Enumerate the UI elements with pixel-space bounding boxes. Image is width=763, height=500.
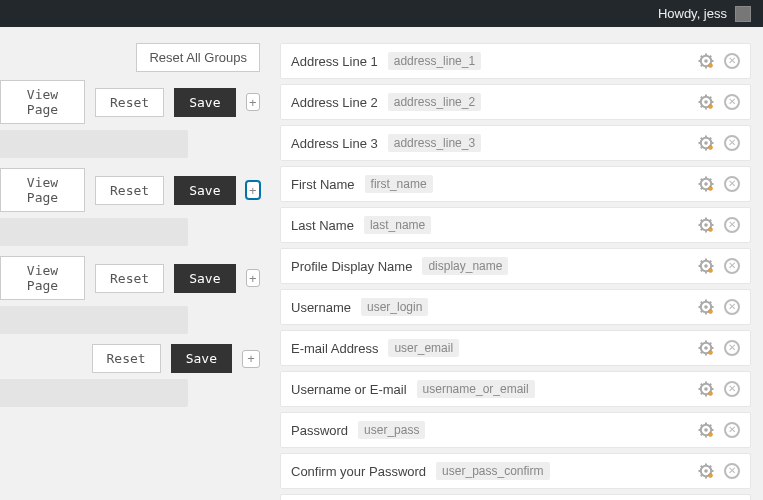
field-meta-key: address_line_1 <box>388 52 481 70</box>
group-0: View PageResetSave+ <box>0 80 270 158</box>
svg-line-72 <box>701 302 703 304</box>
greeting-text: Howdy, jess <box>658 6 727 21</box>
remove-icon[interactable]: ✕ <box>724 53 740 69</box>
svg-point-100 <box>704 428 708 432</box>
reset-button[interactable]: Reset <box>92 344 161 373</box>
svg-line-31 <box>710 138 712 140</box>
field-label: Last Name <box>291 218 354 233</box>
view-page-button[interactable]: View Page <box>0 256 85 300</box>
svg-line-107 <box>701 434 703 436</box>
svg-line-39 <box>701 179 703 181</box>
save-button[interactable]: Save <box>174 88 235 117</box>
field-meta-key: user_pass <box>358 421 425 439</box>
gear-icon[interactable] <box>698 135 714 151</box>
gear-icon[interactable] <box>698 53 714 69</box>
field-row[interactable]: Address Line 2address_line_2 ✕ <box>280 84 751 120</box>
view-page-button[interactable]: View Page <box>0 80 85 124</box>
svg-point-1 <box>704 59 708 63</box>
group-3-buttons: ResetSave+ <box>0 344 270 379</box>
svg-line-50 <box>701 220 703 222</box>
field-label: E-mail Address <box>291 341 378 356</box>
svg-point-109 <box>709 433 713 437</box>
reset-button[interactable]: Reset <box>95 88 164 117</box>
svg-point-23 <box>704 141 708 145</box>
avatar[interactable] <box>735 6 751 22</box>
save-button[interactable]: Save <box>174 264 235 293</box>
save-button[interactable]: Save <box>174 176 235 205</box>
field-actions: ✕ <box>698 422 740 438</box>
add-icon[interactable]: + <box>246 181 261 199</box>
field-row[interactable]: Password Strength Meterpasswordstrength … <box>280 494 751 500</box>
field-label: Username or E-mail <box>291 382 407 397</box>
remove-icon[interactable]: ✕ <box>724 135 740 151</box>
gear-icon[interactable] <box>698 94 714 110</box>
remove-icon[interactable]: ✕ <box>724 258 740 274</box>
reset-button[interactable]: Reset <box>95 264 164 293</box>
field-actions: ✕ <box>698 94 740 110</box>
gear-icon[interactable] <box>698 258 714 274</box>
gear-icon[interactable] <box>698 299 714 315</box>
svg-line-42 <box>710 179 712 181</box>
svg-line-20 <box>710 97 712 99</box>
group-1-placeholder-bar <box>0 218 188 246</box>
field-row[interactable]: Profile Display Namedisplay_name ✕ <box>280 248 751 284</box>
field-row[interactable]: Last Namelast_name ✕ <box>280 207 751 243</box>
field-row[interactable]: Confirm your Passworduser_pass_confirm ✕ <box>280 453 751 489</box>
svg-line-53 <box>710 220 712 222</box>
field-label: Address Line 3 <box>291 136 378 151</box>
field-actions: ✕ <box>698 299 740 315</box>
field-row[interactable]: Username or E-mailusername_or_email ✕ <box>280 371 751 407</box>
svg-line-119 <box>710 466 712 468</box>
svg-point-10 <box>709 64 713 68</box>
field-meta-key: address_line_2 <box>388 93 481 111</box>
svg-point-32 <box>709 146 713 150</box>
gear-icon[interactable] <box>698 217 714 233</box>
field-label: Password <box>291 423 348 438</box>
svg-line-9 <box>710 56 712 58</box>
field-row[interactable]: E-mail Addressuser_email ✕ <box>280 330 751 366</box>
svg-point-12 <box>704 100 708 104</box>
field-meta-key: username_or_email <box>417 380 535 398</box>
remove-icon[interactable]: ✕ <box>724 340 740 356</box>
group-3-placeholder-bar <box>0 379 188 407</box>
svg-point-120 <box>709 474 713 478</box>
field-row[interactable]: Passworduser_pass ✕ <box>280 412 751 448</box>
field-row[interactable]: Address Line 3address_line_3 ✕ <box>280 125 751 161</box>
remove-icon[interactable]: ✕ <box>724 217 740 233</box>
save-button[interactable]: Save <box>171 344 232 373</box>
svg-line-30 <box>701 147 703 149</box>
svg-line-96 <box>701 393 703 395</box>
remove-icon[interactable]: ✕ <box>724 94 740 110</box>
add-icon[interactable]: + <box>246 269 261 287</box>
group-0-buttons: View PageResetSave+ <box>0 80 270 130</box>
gear-icon[interactable] <box>698 422 714 438</box>
view-page-button[interactable]: View Page <box>0 168 85 212</box>
gear-icon[interactable] <box>698 176 714 192</box>
reset-button[interactable]: Reset <box>95 176 164 205</box>
remove-icon[interactable]: ✕ <box>724 299 740 315</box>
gear-icon[interactable] <box>698 381 714 397</box>
svg-line-17 <box>701 97 703 99</box>
add-icon[interactable]: + <box>246 93 261 111</box>
field-row[interactable]: Usernameuser_login ✕ <box>280 289 751 325</box>
field-label: First Name <box>291 177 355 192</box>
remove-icon[interactable]: ✕ <box>724 176 740 192</box>
workspace: Reset All Groups View PageResetSave+View… <box>0 27 763 500</box>
remove-icon[interactable]: ✕ <box>724 422 740 438</box>
add-icon[interactable]: + <box>242 350 260 368</box>
group-3: ResetSave+ <box>0 344 270 407</box>
group-0-placeholder-bar <box>0 130 188 158</box>
field-actions: ✕ <box>698 53 740 69</box>
field-row[interactable]: First Namefirst_name ✕ <box>280 166 751 202</box>
field-meta-key: user_pass_confirm <box>436 462 549 480</box>
gear-icon[interactable] <box>698 340 714 356</box>
remove-icon[interactable]: ✕ <box>724 381 740 397</box>
gear-icon[interactable] <box>698 463 714 479</box>
remove-icon[interactable]: ✕ <box>724 463 740 479</box>
svg-line-118 <box>701 475 703 477</box>
svg-point-87 <box>709 351 713 355</box>
reset-all-groups-button[interactable]: Reset All Groups <box>136 43 260 72</box>
field-row[interactable]: Address Line 1address_line_1 ✕ <box>280 43 751 79</box>
field-label: Address Line 2 <box>291 95 378 110</box>
svg-point-89 <box>704 387 708 391</box>
